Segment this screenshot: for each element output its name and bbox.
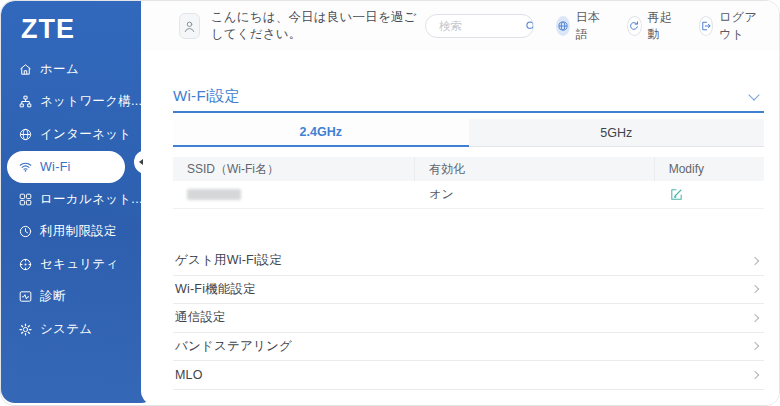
link-guest-wifi[interactable]: ゲスト用Wi-Fi設定 <box>173 247 764 276</box>
sidebar-nav: ホーム ネットワーク構... インターネット Wi-Fi <box>1 53 155 346</box>
sidebar-item-label: 診断 <box>40 288 66 305</box>
column-header-ssid: SSID（Wi-Fi名） <box>173 157 415 181</box>
modify-button[interactable] <box>669 187 684 202</box>
settings-link-list: ゲスト用Wi-Fi設定 Wi-Fi機能設定 通信設定 バンドステアリング MLO <box>173 247 764 390</box>
search-icon <box>524 19 534 33</box>
band-tabs: 2.4GHz 5GHz <box>173 119 764 147</box>
sidebar-item-security[interactable]: セキュリティ <box>7 248 125 281</box>
chevron-right-icon <box>751 285 759 293</box>
sidebar-item-label: ホーム <box>40 61 79 78</box>
user-avatar[interactable] <box>179 13 200 39</box>
tab-2-4ghz[interactable]: 2.4GHz <box>173 119 469 147</box>
sidebar-item-label: Wi-Fi <box>40 160 71 174</box>
search-input[interactable] <box>426 20 522 32</box>
link-label: 通信設定 <box>173 309 226 326</box>
clock-icon <box>18 224 33 239</box>
language-globe-icon <box>556 16 570 36</box>
sidebar-item-usage-restriction[interactable]: 利用制限設定 <box>7 216 125 249</box>
ssid-redacted-value <box>187 189 241 200</box>
logout-button[interactable]: ログアウト <box>699 9 763 43</box>
chevron-down-icon[interactable] <box>748 89 759 100</box>
restart-label: 再起動 <box>648 9 673 43</box>
chevron-right-icon <box>751 342 759 350</box>
link-label: ゲスト用Wi-Fi設定 <box>173 252 282 269</box>
chevron-right-icon <box>751 257 759 265</box>
gear-icon <box>18 322 33 337</box>
link-communication[interactable]: 通信設定 <box>173 304 764 333</box>
sidebar-item-home[interactable]: ホーム <box>7 53 125 86</box>
chevron-left-icon <box>139 159 143 165</box>
sidebar-item-system[interactable]: システム <box>7 313 125 346</box>
sidebar-item-label: システム <box>40 321 92 338</box>
wifi-table: SSID（Wi-Fi名） 有効化 Modify オン <box>173 157 764 209</box>
ssid-cell <box>173 181 415 208</box>
sidebar-item-label: 利用制限設定 <box>40 223 117 240</box>
home-icon <box>18 62 33 77</box>
network-icon <box>18 94 33 109</box>
sidebar: ZTE ホーム ネットワーク構... インターネット <box>1 1 155 403</box>
greeting-text: こんにちは、今日は良い一日を過ごしてください。 <box>211 9 425 43</box>
search-button[interactable] <box>524 19 534 33</box>
sidebar-item-label: インターネット <box>40 126 131 143</box>
link-mlo[interactable]: MLO <box>173 361 764 390</box>
enabled-cell: オン <box>415 181 654 208</box>
grid-icon <box>18 192 33 207</box>
table-header-row: SSID（Wi-Fi名） 有効化 Modify <box>173 157 764 181</box>
language-button[interactable]: 日本語 <box>556 9 601 43</box>
sidebar-item-label: ローカルネット... <box>40 191 143 208</box>
restart-icon <box>627 16 641 36</box>
topbar: こんにちは、今日は良い一日を過ごしてください。 日本語 再起動 <box>141 1 779 51</box>
language-label: 日本語 <box>576 9 602 43</box>
chevron-right-icon <box>751 371 759 379</box>
sidebar-item-label: ネットワーク構... <box>40 93 142 110</box>
router-admin-window: ZTE ホーム ネットワーク構... インターネット <box>0 0 780 406</box>
link-label: バンドステアリング <box>173 338 292 355</box>
link-band-steering[interactable]: バンドステアリング <box>173 333 764 362</box>
edit-icon <box>669 187 684 202</box>
chevron-right-icon <box>751 314 759 322</box>
sidebar-item-network-topology[interactable]: ネットワーク構... <box>7 86 125 119</box>
target-icon <box>18 257 33 272</box>
column-header-modify: Modify <box>655 157 764 181</box>
search-box <box>425 14 534 38</box>
sidebar-collapse-toggle[interactable] <box>134 150 158 174</box>
sidebar-item-wifi[interactable]: Wi-Fi <box>7 151 125 184</box>
column-header-enabled: 有効化 <box>415 157 654 181</box>
restart-button[interactable]: 再起動 <box>627 9 672 43</box>
zte-logo: ZTE <box>21 14 155 45</box>
link-label: Wi-Fi機能設定 <box>173 281 256 298</box>
table-row: オン <box>173 181 764 209</box>
wifi-icon <box>18 159 33 174</box>
globe-icon <box>18 127 33 142</box>
sidebar-item-internet[interactable]: インターネット <box>7 118 125 151</box>
logout-label: ログアウト <box>719 9 763 43</box>
sidebar-item-label: セキュリティ <box>40 256 119 273</box>
page-title: Wi-Fi設定 <box>173 87 240 106</box>
diagnosis-icon <box>18 289 33 304</box>
sidebar-item-local-network[interactable]: ローカルネット... <box>7 183 125 216</box>
section-underline <box>173 111 764 113</box>
wifi-settings-section: Wi-Fi設定 2.4GHz 5GHz SSID（Wi-Fi名） 有効化 Mod… <box>173 87 764 390</box>
link-wifi-function[interactable]: Wi-Fi機能設定 <box>173 276 764 305</box>
sidebar-item-diagnosis[interactable]: 診断 <box>7 281 125 314</box>
content-panel: こんにちは、今日は良い一日を過ごしてください。 日本語 再起動 <box>141 1 779 405</box>
user-icon <box>182 19 197 34</box>
link-label: MLO <box>173 368 203 382</box>
tab-5ghz[interactable]: 5GHz <box>469 119 765 147</box>
logout-icon <box>699 16 714 36</box>
